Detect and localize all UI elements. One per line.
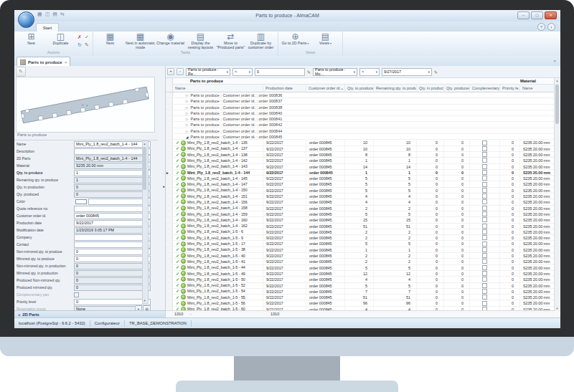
- filter-field-select-2[interactable]: Parts to produce : Mo...: [313, 68, 357, 76]
- quick-access-icon[interactable]: ▦: [37, 11, 42, 17]
- filter-value-input[interactable]: 0: [255, 68, 305, 76]
- field-input[interactable]: S235 20.00 mm: [74, 163, 144, 169]
- field-input[interactable]: 0: [74, 249, 151, 255]
- complementary-checkbox[interactable]: [482, 158, 487, 163]
- ribbon-button[interactable]: ▤ Display the nesting layouts: [186, 32, 215, 49]
- ribbon-button[interactable]: ▦ Nest: [95, 32, 125, 46]
- column-header[interactable]: Complementary part: [470, 85, 500, 92]
- table-row[interactable]: Mint_Ply_1.8_rev2_batch_1-5 - 9 9/22/201…: [166, 235, 560, 241]
- app-menu-orb-icon[interactable]: [18, 11, 34, 28]
- complementary-checkbox[interactable]: [482, 211, 487, 216]
- tabstrip-close-icon[interactable]: ×: [553, 59, 556, 63]
- table-row[interactable]: Mint_Ply_1.8_rev2_batch_1-5 - 49 9/22/20…: [166, 271, 560, 277]
- field-input[interactable]: [74, 206, 151, 212]
- tab-close-icon[interactable]: ×: [65, 60, 67, 64]
- column-header[interactable]: Qty. to produce: [345, 85, 374, 92]
- quick-access-icon[interactable]: ⇆: [60, 11, 65, 17]
- edit-pencil-icon[interactable]: ✎: [16, 67, 26, 77]
- table-row[interactable]: Mint_Ply_1.8_rev2_batch_1-4 - 150 9/22/2…: [166, 188, 560, 193]
- filter-date-select[interactable]: 9/27/2017: [382, 68, 432, 76]
- ribbon-button[interactable]: ⊞ New: [17, 32, 46, 46]
- complementary-checkbox[interactable]: [482, 224, 487, 229]
- complementary-checkbox[interactable]: [482, 176, 487, 181]
- window-control-button[interactable]: ▢: [531, 11, 543, 19]
- field-input[interactable]: 0: [74, 191, 151, 198]
- complementary-checkbox[interactable]: [482, 182, 487, 187]
- group-row[interactable]: Parts to produce : Customer order id. : …: [166, 110, 560, 116]
- complementary-checkbox[interactable]: [482, 259, 487, 264]
- field-checkbox[interactable]: [74, 292, 79, 297]
- scroll-up-icon[interactable]: ▲: [555, 79, 560, 82]
- column-header[interactable]: Production date: [263, 85, 306, 92]
- filter-field-select[interactable]: Parts to produce : Re...: [186, 68, 230, 76]
- splitter-collapse-icon[interactable]: ◂: [162, 184, 164, 188]
- column-header[interactable]: Qty. in production: [417, 85, 444, 92]
- quick-access-icon[interactable]: ◫: [45, 11, 50, 17]
- field-input[interactable]: 0: [74, 277, 151, 284]
- table-row[interactable]: Mint_Ply_1.8_rev2_batch_1-5 - 17 9/22/20…: [166, 241, 560, 247]
- group-row[interactable]: Parts to produce : Customer order id. : …: [166, 105, 560, 110]
- small-action-button[interactable]: ✗: [76, 34, 83, 42]
- table-row[interactable]: Mint_Ply_1.8_rev2_batch_1-4 - 158 9/22/2…: [166, 206, 560, 211]
- scroll-down-icon[interactable]: ▼: [555, 307, 560, 310]
- table-row[interactable]: Mint_Ply_1.8_rev2_batch_1-5 - 40 9/22/20…: [166, 253, 560, 259]
- table-row[interactable]: Mint_Ply_1.8_rev2_batch_1-5 - 44 9/22/20…: [166, 265, 560, 271]
- group-row[interactable]: Parts to produce : Customer order id. : …: [166, 122, 560, 128]
- table-row[interactable]: Mint_Ply_1.8_rev2_batch_1-5 - 55 9/22/20…: [166, 295, 560, 300]
- complementary-checkbox[interactable]: [482, 283, 487, 288]
- grid-scrollbar[interactable]: ▲ ▼: [554, 78, 560, 311]
- field-input[interactable]: order 000845: [74, 213, 151, 219]
- table-row[interactable]: Mint_Ply_1.8_rev2_batch_1-4 - 145 9/22/2…: [166, 176, 560, 181]
- filter-add-button[interactable]: +: [167, 68, 174, 75]
- complementary-checkbox[interactable]: [482, 229, 487, 234]
- ribbon-button[interactable]: ▦ Nest in automatic mode: [126, 32, 155, 49]
- filter-edit-icon[interactable]: ✎: [307, 70, 311, 75]
- complementary-checkbox[interactable]: [482, 170, 487, 175]
- field-input[interactable]: [88, 199, 144, 205]
- column-header[interactable]: Qty. produced: [444, 85, 470, 92]
- ribbon-button[interactable]: ⊕ Go to 2D Parts: [281, 32, 310, 46]
- table-row[interactable]: Mint_Ply_1.8_rev2_batch_1-5 - 38 9/22/20…: [166, 247, 560, 253]
- field-input[interactable]: [74, 242, 144, 248]
- scroll-up-icon[interactable]: ▲: [143, 142, 146, 145]
- panel-scrollbar[interactable]: ▲ ▼: [142, 140, 149, 304]
- table-row[interactable]: Mint_Ply_1.8_rev2_batch_1-4 - 137 9/22/2…: [166, 146, 560, 152]
- table-row[interactable]: Mint_Ply_1.8_rev2_batch_1-4 - 151 9/22/2…: [166, 193, 560, 199]
- field-input[interactable]: Mint_Ply_1.8_rev2_batch_1-4 - 144: [74, 156, 144, 162]
- window-control-button[interactable]: ✕: [545, 11, 557, 19]
- ribbon-button[interactable]: ◉ Change material: [156, 32, 185, 46]
- field-input[interactable]: 0: [74, 256, 151, 262]
- complementary-checkbox[interactable]: [482, 146, 487, 151]
- column-header[interactable]: Customer order id.: [306, 85, 345, 92]
- table-row[interactable]: Mint_Ply_1.8_rev2_batch_1-4 - 144 9/22/2…: [166, 170, 560, 176]
- table-row[interactable]: Mint_Ply_1.8_rev2_batch_1-4 - 142 9/22/2…: [166, 158, 560, 163]
- filter-edit-icon-2[interactable]: ✎: [434, 70, 438, 75]
- complementary-checkbox[interactable]: [482, 265, 487, 270]
- ribbon-button[interactable]: ⇄ Move to "Produced parts": [216, 32, 245, 49]
- small-action-button[interactable]: ✎: [83, 42, 90, 49]
- complementary-checkbox[interactable]: [482, 295, 487, 300]
- ribbon-button[interactable]: ▥ Duplicate by customer order: [246, 32, 276, 49]
- window-control-button[interactable]: ─: [517, 11, 530, 19]
- table-row[interactable]: Mint_Ply_1.8_rev2_batch_1-4 - 147 9/22/2…: [166, 181, 560, 187]
- field-input[interactable]: 9/22/2017: [74, 220, 144, 226]
- tab-parts-to-produce[interactable]: Parts to produce ×: [17, 57, 70, 67]
- field-input[interactable]: 1: [74, 170, 151, 176]
- table-row[interactable]: Mint_Ply_1.8_rev2_batch_1-5 - 52 9/22/20…: [166, 283, 560, 289]
- table-row[interactable]: Mint_Ply_1.8_rev2_batch_1-4 - 159 9/22/2…: [166, 211, 560, 217]
- group-row[interactable]: Parts to produce : Customer order id. : …: [166, 98, 560, 104]
- quick-access-icon[interactable]: ▤: [52, 11, 57, 17]
- complementary-checkbox[interactable]: [482, 289, 487, 294]
- info-icon[interactable]: i: [547, 23, 555, 31]
- table-row[interactable]: Mint_Ply_1.8_rev2_batch_1-4 - 160 9/22/2…: [166, 217, 560, 223]
- complementary-checkbox[interactable]: [482, 253, 487, 258]
- column-header[interactable]: Priority le...: [500, 85, 520, 92]
- table-row[interactable]: Mint_Ply_1.8_rev2_batch_1-4 - 156 9/22/2…: [166, 199, 560, 205]
- complementary-checkbox[interactable]: [482, 277, 487, 282]
- complementary-checkbox[interactable]: [482, 188, 487, 193]
- table-row[interactable]: Mint_Ply_1.8_rev2_batch_1-4 - 143 9/22/2…: [166, 164, 560, 170]
- complementary-checkbox[interactable]: [482, 193, 487, 199]
- complementary-checkbox[interactable]: [482, 164, 487, 169]
- scroll-down-icon[interactable]: ▼: [143, 299, 146, 302]
- help-icon[interactable]: ?: [537, 23, 545, 31]
